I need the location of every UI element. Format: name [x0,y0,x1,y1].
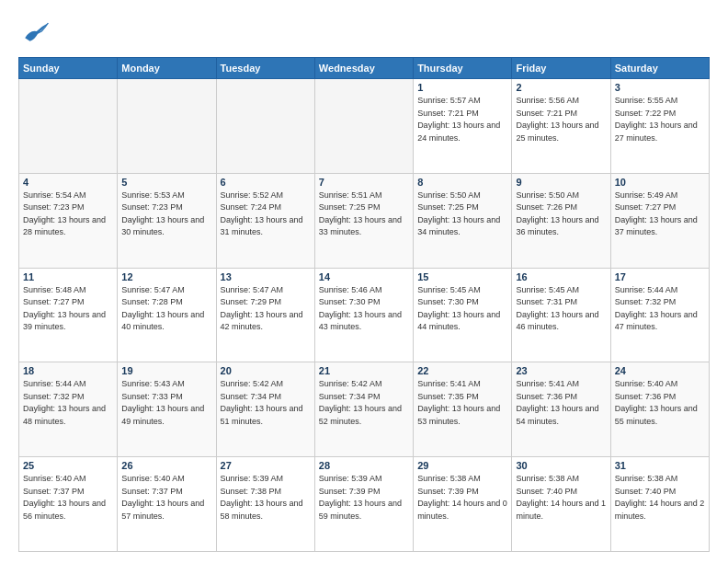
day-number: 16 [516,271,606,282]
calendar-cell: 26Sunrise: 5:40 AMSunset: 7:37 PMDayligh… [118,457,216,552]
day-header-wednesday: Wednesday [314,58,413,79]
calendar-cell: 15Sunrise: 5:45 AMSunset: 7:30 PMDayligh… [414,268,512,362]
day-number: 6 [221,177,311,188]
calendar-cell: 2Sunrise: 5:56 AMSunset: 7:21 PMDaylight… [512,79,610,174]
day-info: Sunrise: 5:55 AMSunset: 7:22 PMDaylight:… [615,95,705,144]
day-number: 28 [319,460,409,471]
day-info: Sunrise: 5:38 AMSunset: 7:39 PMDaylight:… [417,473,507,523]
day-info: Sunrise: 5:45 AMSunset: 7:31 PMDaylight:… [516,284,606,334]
day-number: 30 [516,460,606,471]
calendar-cell: 24Sunrise: 5:40 AMSunset: 7:36 PMDayligh… [610,362,709,457]
day-info: Sunrise: 5:53 AMSunset: 7:23 PMDaylight:… [121,190,211,239]
calendar-week-5: 25Sunrise: 5:40 AMSunset: 7:37 PMDayligh… [19,457,710,552]
calendar-cell: 9Sunrise: 5:50 AMSunset: 7:26 PMDaylight… [512,173,610,268]
day-info: Sunrise: 5:42 AMSunset: 7:34 PMDaylight:… [319,378,409,428]
day-info: Sunrise: 5:41 AMSunset: 7:35 PMDaylight:… [417,378,507,428]
day-number: 3 [615,82,705,93]
day-info: Sunrise: 5:56 AMSunset: 7:21 PMDaylight:… [516,95,606,144]
day-info: Sunrise: 5:46 AMSunset: 7:30 PMDaylight:… [319,284,409,334]
calendar-cell: 14Sunrise: 5:46 AMSunset: 7:30 PMDayligh… [314,268,413,362]
day-info: Sunrise: 5:38 AMSunset: 7:40 PMDaylight:… [516,473,606,523]
calendar-cell [19,79,118,174]
day-number: 31 [615,460,705,471]
day-number: 9 [516,177,606,188]
calendar-cell: 29Sunrise: 5:38 AMSunset: 7:39 PMDayligh… [414,457,512,552]
day-number: 15 [417,271,507,282]
calendar-cell: 7Sunrise: 5:51 AMSunset: 7:25 PMDaylight… [314,173,413,268]
calendar-header-row: SundayMondayTuesdayWednesdayThursdayFrid… [19,58,710,79]
calendar-cell: 27Sunrise: 5:39 AMSunset: 7:38 PMDayligh… [216,457,314,552]
calendar-cell [216,79,314,174]
day-info: Sunrise: 5:43 AMSunset: 7:33 PMDaylight:… [121,378,211,428]
day-number: 20 [221,365,311,376]
calendar-cell: 22Sunrise: 5:41 AMSunset: 7:35 PMDayligh… [414,362,512,457]
day-info: Sunrise: 5:44 AMSunset: 7:32 PMDaylight:… [23,378,113,428]
day-info: Sunrise: 5:57 AMSunset: 7:21 PMDaylight:… [417,95,507,144]
day-number: 10 [615,177,705,188]
day-number: 29 [417,460,507,471]
day-info: Sunrise: 5:47 AMSunset: 7:28 PMDaylight:… [121,284,211,334]
day-number: 19 [121,365,211,376]
logo [18,15,55,48]
day-info: Sunrise: 5:39 AMSunset: 7:39 PMDaylight:… [319,473,409,523]
day-number: 17 [615,271,705,282]
day-info: Sunrise: 5:40 AMSunset: 7:37 PMDaylight:… [23,473,113,523]
calendar-week-4: 18Sunrise: 5:44 AMSunset: 7:32 PMDayligh… [19,362,710,457]
calendar-table: SundayMondayTuesdayWednesdayThursdayFrid… [18,57,710,552]
calendar-cell: 30Sunrise: 5:38 AMSunset: 7:40 PMDayligh… [512,457,610,552]
calendar-week-1: 1Sunrise: 5:57 AMSunset: 7:21 PMDaylight… [19,79,710,174]
day-info: Sunrise: 5:49 AMSunset: 7:27 PMDaylight:… [615,190,705,239]
day-header-sunday: Sunday [19,58,118,79]
day-info: Sunrise: 5:41 AMSunset: 7:36 PMDaylight:… [516,378,606,428]
day-number: 18 [23,365,113,376]
day-info: Sunrise: 5:44 AMSunset: 7:32 PMDaylight:… [615,284,705,334]
calendar-cell: 19Sunrise: 5:43 AMSunset: 7:33 PMDayligh… [118,362,216,457]
day-info: Sunrise: 5:52 AMSunset: 7:24 PMDaylight:… [221,190,311,239]
calendar-cell: 3Sunrise: 5:55 AMSunset: 7:22 PMDaylight… [610,79,709,174]
calendar-cell: 4Sunrise: 5:54 AMSunset: 7:23 PMDaylight… [19,173,118,268]
day-info: Sunrise: 5:38 AMSunset: 7:40 PMDaylight:… [615,473,705,523]
day-info: Sunrise: 5:45 AMSunset: 7:30 PMDaylight:… [417,284,507,334]
calendar-cell: 8Sunrise: 5:50 AMSunset: 7:25 PMDaylight… [414,173,512,268]
calendar-cell: 17Sunrise: 5:44 AMSunset: 7:32 PMDayligh… [610,268,709,362]
day-info: Sunrise: 5:39 AMSunset: 7:38 PMDaylight:… [221,473,311,523]
day-info: Sunrise: 5:48 AMSunset: 7:27 PMDaylight:… [23,284,113,334]
calendar-cell [314,79,413,174]
day-number: 26 [121,460,211,471]
calendar-cell: 18Sunrise: 5:44 AMSunset: 7:32 PMDayligh… [19,362,118,457]
calendar-cell: 28Sunrise: 5:39 AMSunset: 7:39 PMDayligh… [314,457,413,552]
day-header-tuesday: Tuesday [216,58,314,79]
day-header-thursday: Thursday [414,58,512,79]
day-number: 12 [121,271,211,282]
calendar-page: SundayMondayTuesdayWednesdayThursdayFrid… [0,0,728,563]
day-number: 5 [121,177,211,188]
day-info: Sunrise: 5:54 AMSunset: 7:23 PMDaylight:… [23,190,113,239]
day-info: Sunrise: 5:40 AMSunset: 7:36 PMDaylight:… [615,378,705,428]
day-number: 13 [221,271,311,282]
day-info: Sunrise: 5:51 AMSunset: 7:25 PMDaylight:… [319,190,409,239]
calendar-cell: 23Sunrise: 5:41 AMSunset: 7:36 PMDayligh… [512,362,610,457]
day-number: 11 [23,271,113,282]
calendar-cell: 5Sunrise: 5:53 AMSunset: 7:23 PMDaylight… [118,173,216,268]
day-info: Sunrise: 5:47 AMSunset: 7:29 PMDaylight:… [221,284,311,334]
day-number: 24 [615,365,705,376]
day-number: 25 [23,460,113,471]
day-info: Sunrise: 5:50 AMSunset: 7:25 PMDaylight:… [417,190,507,239]
calendar-cell: 31Sunrise: 5:38 AMSunset: 7:40 PMDayligh… [610,457,709,552]
calendar-cell: 21Sunrise: 5:42 AMSunset: 7:34 PMDayligh… [314,362,413,457]
day-info: Sunrise: 5:42 AMSunset: 7:34 PMDaylight:… [221,378,311,428]
calendar-cell: 16Sunrise: 5:45 AMSunset: 7:31 PMDayligh… [512,268,610,362]
calendar-cell: 25Sunrise: 5:40 AMSunset: 7:37 PMDayligh… [19,457,118,552]
calendar-cell: 12Sunrise: 5:47 AMSunset: 7:28 PMDayligh… [118,268,216,362]
day-number: 1 [417,82,507,93]
day-header-friday: Friday [512,58,610,79]
day-number: 7 [319,177,409,188]
day-number: 4 [23,177,113,188]
calendar-week-3: 11Sunrise: 5:48 AMSunset: 7:27 PMDayligh… [19,268,710,362]
logo-icon [18,15,51,48]
calendar-cell [118,79,216,174]
calendar-cell: 13Sunrise: 5:47 AMSunset: 7:29 PMDayligh… [216,268,314,362]
day-info: Sunrise: 5:40 AMSunset: 7:37 PMDaylight:… [121,473,211,523]
day-number: 22 [417,365,507,376]
day-number: 27 [221,460,311,471]
